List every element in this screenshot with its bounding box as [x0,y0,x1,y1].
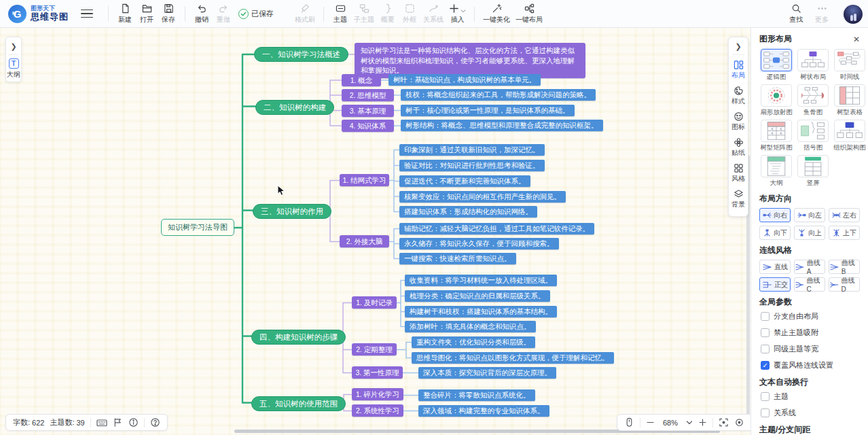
close-icon[interactable]: ✕ [853,35,860,44]
layout-option-outline[interactable]: 大纲 [759,155,793,188]
direction-up-down-button[interactable]: 上下 [829,226,860,240]
expand-panel-icon[interactable]: ❯ [10,41,16,54]
leaf-topic-node[interactable]: 枝杈：将概念组织起来的工具，帮助形成解决问题的策略。 [401,89,596,101]
save-button[interactable]: 保存 [158,1,179,27]
sub-topic-node[interactable]: 4. 知识体系 [342,120,394,132]
layout-option-logic-diagram[interactable]: 逻辑图 [759,49,793,82]
checkbox-checked-icon[interactable] [761,361,770,370]
zoom-level[interactable]: 68% [660,419,681,427]
insert-button[interactable]: 插入 [446,1,469,27]
branch-topic-node[interactable]: 四、构建知识树的步骤 [251,330,346,345]
redo-button[interactable]: 重做 [213,1,234,27]
tab-stickers[interactable]: 贴纸 [729,135,748,160]
layout-option-org-chart[interactable]: 组织架构图 [833,120,867,152]
keyboard-shortcuts-icon[interactable] [96,417,107,428]
new-file-button[interactable]: 新建 [114,1,136,27]
outline-label[interactable]: 大纲 [7,71,20,78]
undo-button[interactable]: 撤销 [191,1,213,27]
pan-mode-icon[interactable] [624,417,634,428]
checkbox-icon[interactable] [761,408,770,417]
leaf-topic-node[interactable]: 深入本质：探究知识背后的深层次原理。 [418,367,556,379]
topic-button[interactable]: 主题 [329,1,351,27]
checkbox-disable-topic-snap[interactable]: 禁止主题吸附 [761,328,860,338]
open-file-button[interactable]: 打开 [136,1,158,27]
checkbox-equal-width-siblings[interactable]: 同级主题等宽 [761,344,860,354]
layout-option-timeline[interactable]: 时间线 [833,49,867,82]
checkbox-icon[interactable] [761,312,770,321]
auto-layout-button[interactable]: 一键布局 [513,1,545,27]
layout-option-tree-layout[interactable]: 树状布局 [797,49,829,82]
zoom-in-icon[interactable] [698,418,707,427]
leaf-topic-node[interactable]: 永久储存：将知识永久保存，便于回顾和搜索。 [399,238,559,249]
layout-option-tree-matrix[interactable]: 树型矩阵图 [759,120,793,152]
leaf-topic-node[interactable]: 梳理分类：确定知识点的归属和层级关系。 [405,290,550,302]
leaf-topic-node[interactable]: 辅助记忆：减轻大脑记忆负担，通过工具如笔记软件记录。 [399,223,594,234]
branch-topic-node[interactable]: 三、知识树的作用 [253,204,331,219]
checkbox-icon[interactable] [761,392,770,401]
subtopic-button[interactable]: 子主题 [351,1,377,27]
outline-icon[interactable]: T [9,58,19,69]
leaf-topic-node[interactable]: 重构文件夹：优化知识分类和层级。 [412,336,535,348]
line-curve-d-button[interactable]: 曲线D [829,277,860,292]
checkbox-override-line-style[interactable]: 覆盖风格连线设置 [761,360,860,370]
tab-theme[interactable]: 风格 [729,160,748,186]
leaf-topic-node[interactable]: 验证对比：对知识进行批判性思考和验证。 [399,160,545,171]
sub-topic-node[interactable]: 3. 第一性原理 [352,366,403,379]
sub-topic-node[interactable]: 2. 思维模型 [342,89,394,101]
branch-topic-node[interactable]: 二、知识树的构建 [255,100,334,115]
format-painter-button[interactable]: 格式刷 [292,1,318,27]
direction-right-button[interactable]: 向右 [759,208,791,222]
line-orthogonal-button[interactable]: 正交 [759,277,791,292]
tab-icons[interactable]: 图标 [729,109,748,135]
sub-topic-node[interactable]: 1. 碎片化学习 [352,388,403,400]
layout-option-bracket-map[interactable]: 括号图 [797,120,829,152]
tab-layout[interactable]: 布局 [729,57,748,83]
frame-button[interactable]: 外框 [399,1,420,27]
chevron-down-icon[interactable] [686,420,693,425]
leaf-topic-node[interactable]: 深入领域：构建完整的专业知识体系。 [418,405,549,417]
leaf-topic-node[interactable]: 促进迭代：不断更新和完善知识体系。 [399,175,530,187]
direction-down-button[interactable]: 向下 [759,226,791,240]
leaf-topic-node[interactable]: 思维导图化：将知识点以图形化方式展现，便于理解和记忆。 [412,352,614,364]
leaf-topic-node[interactable]: 树叶：基础知识点，构成知识树的基本单元。 [388,74,541,86]
root-topic-node[interactable]: 知识树学习法导图 [161,219,234,236]
leaf-topic-node[interactable]: 树形结构：将概念、思维模型和原理整合成完整的知识框架。 [401,120,603,131]
checkbox-icon[interactable] [761,345,770,353]
leaf-topic-node[interactable]: 核聚变效应：知识点间的相互作用产生新的洞见。 [399,191,566,203]
checkbox-wrap-topic[interactable]: 主题 [761,392,860,402]
layout-option-tree-table[interactable]: 树型表格 [833,84,867,117]
leaf-topic-node[interactable]: 收集资料：将学习材料统一放入待处理区域。 [405,275,557,286]
fit-to-screen-icon[interactable] [719,417,729,428]
milestone-flag-icon[interactable] [113,417,123,428]
checkbox-wrap-relation-line[interactable]: 关系线 [761,408,860,418]
center-root-icon[interactable] [734,417,744,428]
tab-style[interactable]: 样式 [729,83,748,109]
layout-option-fishbone[interactable]: 鱼骨图 [797,84,829,117]
help-icon[interactable] [150,417,160,428]
collapse-sidebar-icon[interactable]: ❯ [735,40,741,54]
direction-both-sides-button[interactable]: 左右 [829,208,860,222]
sub-topic-node[interactable]: 1. 及时记录 [352,296,397,309]
leaf-topic-node[interactable]: 构建树干和枝杈：搭建知识体系的基本结构。 [405,306,557,317]
sub-topic-node[interactable]: 1. 概念 [342,74,381,86]
find-button[interactable]: 查找 [785,1,807,27]
sub-topic-node[interactable]: 2. 定期整理 [352,343,397,355]
line-straight-button[interactable]: 直线 [759,260,791,274]
zoom-out-icon[interactable] [646,418,655,427]
more-button[interactable]: 更多 [811,1,833,27]
branch-topic-node[interactable]: 五、知识树的使用范围 [251,396,346,411]
info-icon[interactable] [128,417,139,428]
checkbox-free-branch-layout[interactable]: 分支自由布局 [761,311,860,321]
summary-button[interactable]: 概要 [377,1,399,27]
branch-topic-node[interactable]: 一、知识树学习法概述 [254,47,348,62]
checkbox-icon[interactable] [761,328,770,337]
line-curve-a-button[interactable]: 曲线A [794,260,825,274]
leaf-topic-node[interactable]: 一键搜索：快速检索所需知识点。 [399,253,516,264]
tab-background[interactable]: 背景 [729,186,748,212]
direction-up-button[interactable]: 向上 [794,226,825,240]
leaf-topic-node[interactable]: 印象深刻：通过关联新旧知识，加深记忆。 [399,144,545,156]
beautify-button[interactable]: 一键美化 [480,1,513,27]
user-avatar[interactable] [844,5,863,24]
leaf-topic-node[interactable]: 添加树叶：填充具体的概念和知识点。 [405,321,536,332]
line-curve-c-button[interactable]: 曲线C [794,277,825,292]
